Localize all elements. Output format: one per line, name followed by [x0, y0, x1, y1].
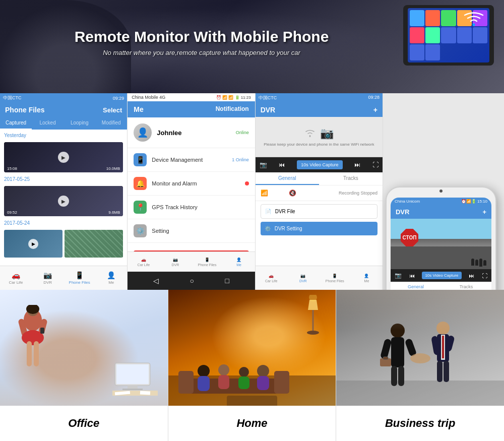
large-phone-container: China Unicom ⏰📶🔋 15:10 DVR + СТОП: [383, 93, 504, 290]
back-button[interactable]: ◁: [153, 277, 159, 285]
lp-rewind[interactable]: ⏮: [409, 273, 415, 279]
svg-point-20: [307, 331, 319, 335]
svg-point-27: [218, 364, 229, 375]
home-button[interactable]: ○: [190, 277, 194, 285]
svg-rect-23: [178, 371, 194, 394]
user-avatar: 👤: [134, 123, 152, 142]
phonefiles-icon-3: 📱: [332, 274, 337, 278]
video-thumb-2[interactable]: ▶ 09:52 9.6MB: [4, 186, 123, 216]
office-label: Office: [0, 406, 168, 441]
svg-rect-44: [442, 336, 444, 358]
tab-captured[interactable]: Captured: [0, 117, 32, 130]
lp-fullscreen[interactable]: ⛶: [482, 273, 487, 279]
nav-me-1[interactable]: 👤 Me: [95, 266, 127, 290]
svg-rect-28: [218, 375, 229, 389]
profile-row: 👤 Johnlee Online: [128, 117, 255, 148]
select-button[interactable]: Select: [103, 106, 122, 114]
nav-dvr-2[interactable]: 📷DVR: [159, 252, 191, 272]
dvr-icon-2: 📷: [173, 258, 178, 262]
me-icon-2: 👤: [236, 258, 241, 262]
main-title: Remote Monitor With Mobile Phone: [10, 28, 393, 46]
setting-icon: ⚙️: [134, 224, 147, 237]
carlife-icon-3: 🚗: [269, 274, 274, 278]
menu-gps-track[interactable]: 📍 GPS Track History: [128, 196, 255, 219]
play-button-2[interactable]: ▶: [58, 196, 69, 207]
me-icon-1: 👤: [107, 271, 115, 279]
phone1-bottom-nav: 🚗 Car Life 📷 DVR 📱 Phone Files 👤 Me: [0, 266, 127, 290]
nav-carlife-3[interactable]: 🚗Car Life: [256, 266, 287, 290]
stop-sign: СТОП: [401, 229, 418, 246]
date-2017-05-25: 2017-05-25: [0, 174, 127, 184]
nav-phonefiles-2[interactable]: 📱Phone Files: [191, 252, 223, 272]
dvr-file-button[interactable]: 📄 DVR File: [261, 204, 377, 219]
notification-button[interactable]: Notification: [216, 105, 249, 113]
nav-phonefiles-3[interactable]: 📱Phone Files: [319, 266, 351, 290]
home-label: Home: [168, 406, 336, 441]
tab-modified[interactable]: Modified: [95, 117, 127, 130]
nav-me-2[interactable]: 👤Me: [223, 252, 255, 272]
date-yesterday: Yesterday: [0, 131, 127, 140]
fullscreen-btn[interactable]: ⛶: [372, 161, 379, 168]
dvr-preview-text: Please keep your device and phone in the…: [264, 142, 374, 147]
tab-looping[interactable]: Looping: [64, 117, 95, 130]
dvr-tabs: General Tracks: [256, 172, 383, 185]
monitor-icon: 🔔: [134, 177, 147, 190]
tab-locked[interactable]: Locked: [32, 117, 64, 130]
phone2-screen: China Mobile 4G ⏰ 📶 📶 🔋 11:23 Me Notific…: [128, 93, 255, 290]
svg-rect-30: [238, 376, 249, 389]
svg-point-31: [257, 365, 269, 377]
menu-setting[interactable]: ⚙️ Setting: [128, 219, 255, 243]
carlife-icon-2: 🚗: [141, 258, 146, 262]
tab-general[interactable]: General: [256, 172, 319, 185]
lamp: [305, 295, 321, 337]
dvr-title: DVR: [261, 106, 276, 114]
nav-carlife-1[interactable]: 🚗 Car Life: [0, 266, 32, 290]
svg-rect-17: [140, 391, 150, 395]
svg-point-1: [309, 136, 311, 137]
svg-rect-26: [198, 376, 210, 391]
nav-dvr-1[interactable]: 📷 DVR: [32, 266, 64, 290]
wifi-indicator: [464, 10, 484, 32]
phone2-header: Me Notification: [128, 101, 255, 117]
capture-button[interactable]: 10s Video Capture: [297, 160, 342, 169]
dvr-plus-button[interactable]: +: [373, 106, 377, 114]
device-mgmt-icon: 📱: [134, 153, 147, 166]
svg-point-0: [473, 24, 475, 26]
nav-dvr-3[interactable]: 📷DVR: [287, 266, 319, 290]
phone2-status-bar: China Mobile 4G ⏰ 📶 📶 🔋 11:23: [128, 93, 255, 101]
lp-header: DVR +: [391, 205, 491, 219]
svg-rect-9: [34, 341, 39, 366]
svg-rect-13: [128, 386, 138, 389]
nav-me-3[interactable]: 👤Me: [351, 266, 383, 290]
video2-size: 9.6MB: [108, 210, 120, 215]
svg-rect-10: [40, 328, 44, 334]
dvr-controls: 📷 ⏮ 10s Video Capture ⏭ ⛶: [256, 157, 383, 172]
svg-rect-48: [444, 361, 449, 382]
online-status: Online: [236, 130, 249, 135]
lp-dvr-title: DVR: [396, 208, 409, 216]
android-nav: ◁ ○ □: [128, 272, 255, 290]
phone1-header: Phone Files Select: [0, 103, 127, 117]
phone-files-title: Phone Files: [5, 106, 45, 114]
menu-device-management[interactable]: 📱 Device Management 1 Online: [128, 148, 255, 172]
recent-button[interactable]: □: [225, 277, 229, 285]
video-thumb-1[interactable]: ▶ 15:08 10.0MB: [4, 142, 123, 172]
signal-icon: 📶: [261, 190, 268, 197]
lp-plus-button[interactable]: +: [482, 208, 486, 216]
nav-phonefiles-1[interactable]: 📱 Phone Files: [64, 266, 95, 290]
lp-capture-button[interactable]: 10s Video Capture: [422, 272, 461, 279]
menu-monitor-alarm[interactable]: 🔔 Monitor and Alarm: [128, 172, 255, 196]
nav-carlife-2[interactable]: 🚗Car Life: [128, 252, 159, 272]
phone1-tabs: Captured Locked Looping Modified: [0, 117, 127, 131]
svg-rect-12: [116, 364, 149, 384]
forward-btn[interactable]: ⏭: [354, 161, 360, 168]
play-button-1[interactable]: ▶: [58, 152, 69, 163]
lp-forward[interactable]: ⏭: [469, 273, 474, 279]
svg-rect-8: [27, 341, 32, 366]
home-section: Home: [168, 290, 337, 441]
rewind-btn[interactable]: ⏮: [279, 161, 285, 168]
woman-silhouette: [13, 305, 53, 406]
office-photo: [0, 290, 168, 406]
dvr-setting-button[interactable]: ⚙️ DVR Setting: [261, 222, 377, 235]
tab-tracks[interactable]: Tracks: [319, 172, 383, 185]
